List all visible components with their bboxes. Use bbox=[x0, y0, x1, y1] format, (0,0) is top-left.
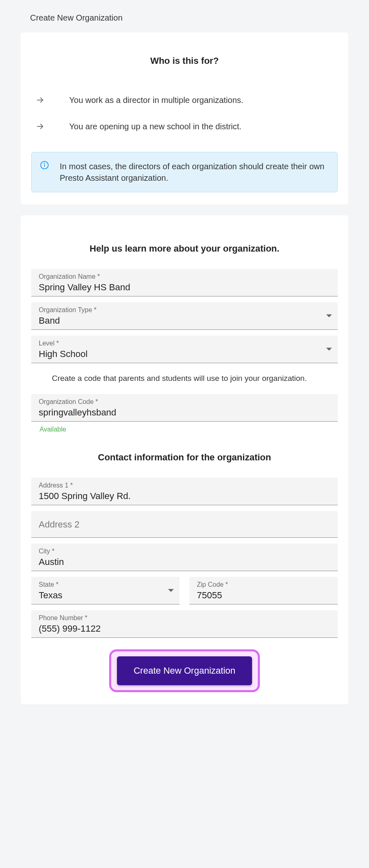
level-label: Level * bbox=[39, 340, 330, 347]
org-type-label: Organization Type * bbox=[39, 306, 330, 314]
phone-field[interactable]: Phone Number * (555) 999-1122 bbox=[31, 610, 338, 638]
info-alert-text: In most cases, the directors of each org… bbox=[60, 161, 329, 184]
state-select[interactable]: State * Texas bbox=[31, 577, 180, 604]
phone-label: Phone Number * bbox=[39, 614, 330, 622]
zip-field[interactable]: Zip Code * 75055 bbox=[189, 577, 338, 604]
form-card: Help us learn more about your organizati… bbox=[21, 215, 348, 705]
page-title: Create New Organization bbox=[0, 0, 369, 33]
org-name-field[interactable]: Organization Name * Spring Valley HS Ban… bbox=[31, 269, 338, 296]
org-type-value: Band bbox=[39, 315, 330, 326]
state-label: State * bbox=[39, 581, 172, 588]
intro-bullet-row: You are opening up a new school in the d… bbox=[31, 113, 338, 140]
intro-bullet-text: You work as a director in multiple organ… bbox=[69, 96, 243, 105]
org-type-select[interactable]: Organization Type * Band bbox=[31, 302, 338, 330]
org-code-label: Organization Code * bbox=[39, 398, 330, 406]
state-value: Texas bbox=[39, 590, 172, 601]
info-alert: In most cases, the directors of each org… bbox=[31, 152, 338, 192]
chevron-down-icon bbox=[326, 315, 332, 317]
address2-placeholder: Address 2 bbox=[39, 515, 330, 534]
submit-wrapper: Create New Organization bbox=[31, 649, 338, 692]
zip-label: Zip Code * bbox=[197, 581, 330, 588]
arrow-right-icon bbox=[35, 95, 45, 105]
intro-card: Who is this for? You work as a director … bbox=[21, 33, 348, 205]
info-icon bbox=[40, 161, 49, 170]
org-code-field[interactable]: Organization Code * springvalleyhsband bbox=[31, 394, 338, 422]
arrow-right-icon bbox=[35, 121, 45, 131]
address2-field[interactable]: Address 2 bbox=[31, 511, 338, 538]
org-code-status: Available bbox=[31, 423, 338, 434]
org-code-helper: Create a code that parents and students … bbox=[31, 373, 338, 384]
contact-heading: Contact information for the organization bbox=[31, 452, 338, 463]
zip-value: 75055 bbox=[197, 590, 330, 601]
org-name-label: Organization Name * bbox=[39, 273, 330, 280]
phone-value: (555) 999-1122 bbox=[39, 623, 330, 634]
form-heading: Help us learn more about your organizati… bbox=[31, 243, 338, 254]
level-select[interactable]: Level * High School bbox=[31, 336, 338, 363]
create-organization-button[interactable]: Create New Organization bbox=[117, 656, 252, 685]
level-value: High School bbox=[39, 349, 330, 359]
intro-heading: Who is this for? bbox=[31, 56, 338, 66]
chevron-down-icon bbox=[168, 589, 174, 592]
city-value: Austin bbox=[39, 557, 330, 567]
address1-label: Address 1 * bbox=[39, 482, 330, 489]
city-label: City * bbox=[39, 548, 330, 555]
chevron-down-icon bbox=[326, 348, 332, 351]
address1-value: 1500 Spring Valley Rd. bbox=[39, 491, 330, 502]
intro-bullet-text: You are opening up a new school in the d… bbox=[69, 122, 241, 131]
city-field[interactable]: City * Austin bbox=[31, 544, 338, 571]
submit-highlight: Create New Organization bbox=[109, 649, 259, 692]
org-code-value: springvalleyhsband bbox=[39, 407, 330, 418]
org-name-value: Spring Valley HS Band bbox=[39, 282, 330, 293]
address1-field[interactable]: Address 1 * 1500 Spring Valley Rd. bbox=[31, 478, 338, 505]
svg-point-4 bbox=[44, 163, 45, 163]
intro-bullet-row: You work as a director in multiple organ… bbox=[31, 87, 338, 113]
